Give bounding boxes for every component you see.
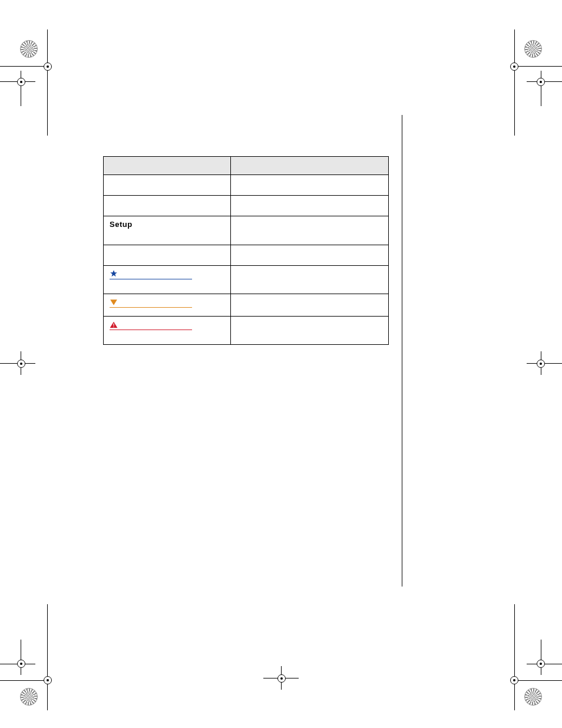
cell-left: Setup <box>104 216 231 245</box>
cell-right <box>231 317 389 345</box>
cell-left <box>104 294 231 317</box>
cell-right <box>231 266 389 294</box>
table-row-setup: Setup <box>104 216 389 245</box>
table-header-right <box>231 157 389 175</box>
column-right-rule <box>402 115 402 587</box>
svg-rect-4 <box>113 327 114 327</box>
star-icon <box>110 269 120 278</box>
table-row <box>104 245 389 266</box>
cell-left <box>104 245 231 266</box>
cell-left <box>104 196 231 216</box>
table-row-warning <box>104 317 389 345</box>
table-header-row <box>104 157 389 175</box>
conventions-table: Setup <box>103 156 389 345</box>
cell-left <box>104 317 231 345</box>
table-row-important <box>104 294 389 317</box>
table-header-left <box>104 157 231 175</box>
cell-left <box>104 266 231 294</box>
cell-right <box>231 196 389 216</box>
setup-label: Setup <box>110 220 133 229</box>
cell-right <box>231 216 389 245</box>
table-row <box>104 175 389 196</box>
table-row <box>104 196 389 216</box>
triangle-icon <box>110 298 120 307</box>
cell-right <box>231 245 389 266</box>
svg-marker-1 <box>110 299 117 305</box>
cell-left <box>104 175 231 196</box>
page-content: Setup <box>103 115 401 345</box>
warning-link[interactable] <box>110 320 192 330</box>
important-link[interactable] <box>110 298 192 308</box>
svg-marker-0 <box>110 270 117 276</box>
svg-rect-3 <box>113 324 114 326</box>
warning-icon <box>110 320 120 329</box>
cell-right <box>231 175 389 196</box>
table-row-tip <box>104 266 389 294</box>
tip-link[interactable] <box>110 269 192 279</box>
cell-right <box>231 294 389 317</box>
